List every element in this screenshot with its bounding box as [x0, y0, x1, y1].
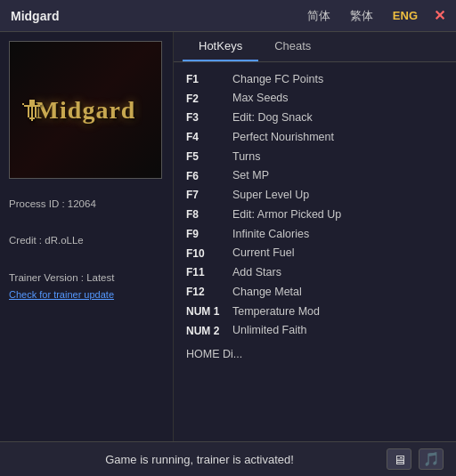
- title-bar-actions: 简体 繁体 ENG ✕: [304, 6, 445, 26]
- hotkey-row: F8 Edit: Armor Picked Up: [186, 205, 444, 224]
- tab-cheats[interactable]: Cheats: [258, 32, 327, 61]
- hotkey-row: F7 Super Level Up: [186, 186, 444, 206]
- tabs: HotKeys Cheats: [174, 32, 456, 62]
- hotkey-row: F4 Perfect Nourishment: [186, 127, 444, 147]
- hotkey-row: F5 Turns: [186, 147, 444, 166]
- main-area: 🗡 Midgard Process ID : 12064 Credit : dR…: [0, 32, 456, 441]
- tab-hotkeys[interactable]: HotKeys: [183, 32, 258, 61]
- hotkey-row: F12 Change Metal: [186, 282, 444, 302]
- status-message: Game is running, trainer is activated!: [12, 453, 387, 466]
- home-row: HOME Di...: [186, 348, 444, 360]
- update-link[interactable]: Check for trainer update: [9, 286, 164, 304]
- process-id: Process ID : 12064: [9, 195, 164, 214]
- logo-icon: 🗡: [17, 93, 45, 126]
- close-button[interactable]: ✕: [434, 7, 445, 24]
- status-bar: Game is running, trainer is activated! 🖥…: [0, 441, 456, 476]
- app-title: Midgard: [11, 9, 304, 23]
- lang-simplified[interactable]: 简体: [304, 6, 334, 26]
- music-icon-button[interactable]: 🎵: [419, 448, 444, 470]
- hotkey-row: F11 Add Stars: [186, 263, 444, 283]
- hotkey-row: F9 Infinite Calories: [186, 224, 444, 244]
- hotkey-row-unlimited-faith: NUM 2 Unlimited Faith: [186, 321, 444, 341]
- hotkey-row: F3 Edit: Dog Snack: [186, 109, 444, 128]
- title-bar: Midgard 简体 繁体 ENG ✕: [0, 0, 456, 32]
- game-logo: 🗡 Midgard: [9, 41, 162, 179]
- status-icons: 🖥 🎵: [387, 448, 444, 470]
- hotkey-row: NUM 1 Temperature Mod: [186, 302, 444, 321]
- lang-traditional[interactable]: 繁体: [346, 6, 377, 26]
- right-panel: HotKeys Cheats F1 Change FC Points F2 Ma…: [174, 32, 456, 441]
- left-panel: 🗡 Midgard Process ID : 12064 Credit : dR…: [0, 32, 174, 441]
- version-label: Trainer Version : Latest: [9, 269, 164, 287]
- hotkey-row: F1 Change FC Points: [186, 69, 444, 89]
- credit-value: dR.oLLe: [45, 235, 83, 246]
- logo-text: Midgard: [36, 96, 136, 125]
- info-section: Process ID : 12064 Credit : dR.oLLe Trai…: [9, 195, 164, 304]
- credit-label: Credit :: [9, 235, 42, 246]
- monitor-icon-button[interactable]: 🖥: [387, 448, 411, 470]
- hotkey-row: F10 Current Fuel: [186, 244, 444, 263]
- hotkey-row: F6 Set MP: [186, 166, 444, 186]
- credit-row: Credit : dR.oLLe: [9, 231, 164, 250]
- hotkeys-list: F1 Change FC Points F2 Max Seeds F3 Edit…: [174, 62, 456, 441]
- hotkey-row: F2 Max Seeds: [186, 89, 444, 109]
- lang-english[interactable]: ENG: [389, 7, 421, 24]
